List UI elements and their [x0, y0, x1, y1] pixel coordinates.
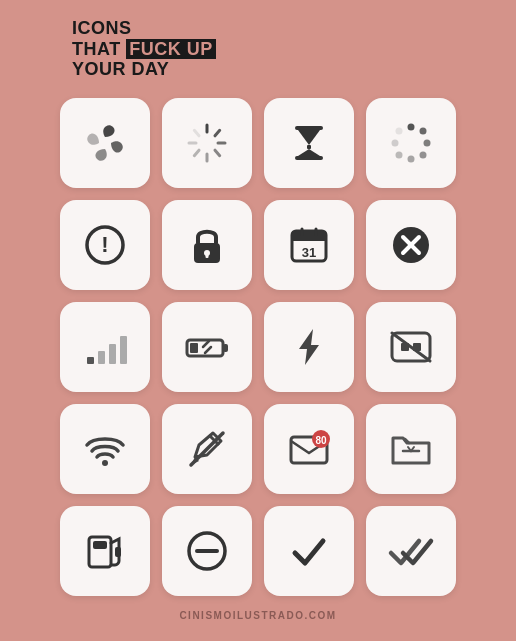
- lightning-svg: [285, 323, 333, 371]
- svg-point-17: [392, 140, 399, 147]
- svg-line-3: [215, 150, 220, 156]
- svg-point-15: [408, 156, 415, 163]
- svg-line-40: [203, 341, 209, 347]
- icons-grid: ! 31: [60, 98, 456, 596]
- double-check-svg: [387, 527, 435, 575]
- svg-text:80: 80: [315, 435, 327, 446]
- title-line2: THAT FUCK UP: [72, 39, 516, 60]
- svg-rect-8: [295, 126, 323, 130]
- svg-point-13: [424, 140, 431, 147]
- svg-rect-23: [206, 253, 209, 258]
- icon-calendar: 31: [264, 200, 354, 290]
- svg-rect-45: [413, 343, 421, 351]
- title-that: THAT: [72, 39, 126, 59]
- no-entry-svg: [183, 527, 231, 575]
- svg-rect-26: [292, 238, 326, 241]
- icon-spinner: [162, 98, 252, 188]
- hourglass-svg: [285, 119, 333, 167]
- wifi-svg: [81, 425, 129, 473]
- calendar-svg: 31: [285, 221, 333, 269]
- svg-point-14: [420, 152, 427, 159]
- svg-text:31: 31: [302, 245, 316, 260]
- svg-rect-44: [401, 343, 409, 351]
- svg-point-11: [408, 124, 415, 131]
- svg-point-16: [396, 152, 403, 159]
- svg-rect-9: [295, 156, 323, 160]
- icon-battery: [162, 302, 252, 392]
- pinwheel-svg: [81, 119, 129, 167]
- svg-point-12: [420, 128, 427, 135]
- icon-full-inbox: 80: [264, 404, 354, 494]
- svg-point-18: [396, 128, 403, 135]
- icon-double-check: [366, 506, 456, 596]
- svg-rect-39: [190, 343, 198, 353]
- svg-rect-33: [87, 357, 94, 364]
- svg-text:!: !: [101, 232, 108, 257]
- icon-lock: [162, 200, 252, 290]
- icon-pinwheel: [60, 98, 150, 188]
- error-circle-svg: !: [81, 221, 129, 269]
- icon-no-entry: [162, 506, 252, 596]
- svg-rect-10: [307, 145, 311, 149]
- icon-gas-pump: [60, 506, 150, 596]
- svg-rect-35: [109, 344, 116, 364]
- title-line3: YOUR DAY: [72, 59, 516, 80]
- icon-checkmark: [264, 506, 354, 596]
- battery-svg: [183, 323, 231, 371]
- svg-line-41: [205, 347, 211, 353]
- title-line1: ICONS: [72, 18, 516, 39]
- gas-pump-svg: [81, 527, 129, 575]
- muted-face-svg: [387, 323, 435, 371]
- icon-circle-spinner: [366, 98, 456, 188]
- icon-no-edit: [162, 404, 252, 494]
- footer-text: CINISMOILUSTRADO.COM: [179, 610, 336, 621]
- icon-hourglass: [264, 98, 354, 188]
- svg-rect-36: [120, 336, 127, 364]
- header: ICONS THAT FUCK UP YOUR DAY: [0, 0, 516, 90]
- broken-folder-svg: [387, 425, 435, 473]
- no-edit-svg: [183, 425, 231, 473]
- icon-wifi: [60, 404, 150, 494]
- icon-error-circle: !: [60, 200, 150, 290]
- signal-svg: [81, 323, 129, 371]
- checkmark-svg: [285, 527, 333, 575]
- title-fuckup: FUCK UP: [126, 39, 216, 59]
- svg-line-1: [215, 130, 220, 136]
- svg-rect-55: [115, 547, 121, 557]
- icon-muted-face: [366, 302, 456, 392]
- spinner-svg: [183, 119, 231, 167]
- full-inbox-svg: 80: [285, 425, 333, 473]
- svg-line-7: [194, 130, 199, 136]
- icon-lightning: [264, 302, 354, 392]
- lock-svg: [183, 221, 231, 269]
- svg-rect-54: [93, 541, 107, 549]
- svg-line-43: [392, 333, 430, 361]
- icon-x-circle: [366, 200, 456, 290]
- svg-point-46: [102, 460, 108, 466]
- icon-signal: [60, 302, 150, 392]
- svg-line-5: [194, 150, 199, 156]
- svg-rect-34: [98, 351, 105, 364]
- icon-broken-folder: [366, 404, 456, 494]
- x-circle-svg: [387, 221, 435, 269]
- svg-rect-38: [223, 344, 228, 352]
- circle-spinner-svg: [387, 119, 435, 167]
